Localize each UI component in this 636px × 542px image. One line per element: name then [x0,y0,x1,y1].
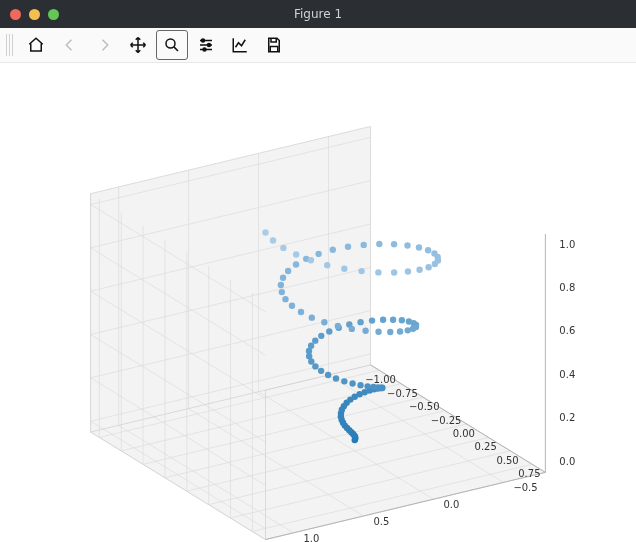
minimize-icon[interactable] [29,9,40,20]
data-point [390,317,396,323]
save-button[interactable] [258,30,290,60]
data-point [362,328,368,334]
data-point [333,375,339,381]
close-icon[interactable] [10,9,21,20]
arrow-left-icon [61,36,79,54]
data-point [425,247,431,253]
home-button[interactable] [20,30,52,60]
data-point [432,261,438,267]
window-controls [10,9,59,20]
data-point [262,229,268,235]
maximize-icon[interactable] [48,9,59,20]
data-point [279,289,285,295]
data-point [349,380,355,386]
edit-axis-button[interactable] [224,30,256,60]
move-icon [129,36,147,54]
tick-label: 0.75 [518,468,540,479]
arrow-right-icon [95,36,113,54]
tick-label: 1.0 [559,239,575,250]
home-icon [27,36,45,54]
data-point [278,282,284,288]
tick-label: −0.5 [513,482,537,493]
chart-line-icon [231,36,249,54]
data-point [270,237,276,243]
tick-label: 0.4 [559,369,575,380]
data-point [282,296,288,302]
titlebar: Figure 1 [0,0,636,28]
data-point [308,343,314,349]
tick-label: 1.0 [303,533,319,542]
data-point [330,246,336,252]
data-point [416,244,422,250]
data-point [280,245,286,251]
data-point [387,329,393,335]
data-point [341,266,347,272]
data-point [376,241,382,247]
svg-point-3 [203,48,206,51]
data-point [318,368,324,374]
data-point [391,241,397,247]
data-point [416,267,422,273]
data-point [298,309,304,315]
data-point [380,317,386,323]
svg-point-2 [208,44,211,47]
back-button[interactable] [54,30,86,60]
data-point [289,303,295,309]
configure-subplots-button[interactable] [190,30,222,60]
data-point [293,261,299,267]
tick-label: 0.25 [475,441,497,452]
tick-label: 0.0 [443,499,459,510]
tick-label: 0.50 [496,455,518,466]
tick-label: 0.0 [559,456,575,467]
data-point [280,275,286,281]
data-point [405,268,411,274]
tick-label: 0.00 [453,428,475,439]
data-point [375,329,381,335]
data-point [349,326,355,332]
tick-label: 0.2 [559,412,575,423]
plot-canvas[interactable]: −1.00−0.75−0.50−0.250.000.250.500.75−0.5… [0,63,636,542]
data-point [341,378,347,384]
data-point [357,319,363,325]
search-icon [163,36,181,54]
svg-point-0 [166,39,175,48]
data-point [321,319,327,325]
data-point [308,257,314,263]
tick-label: 0.6 [559,325,575,336]
toolbar [0,28,636,63]
axes-3d [0,63,636,542]
data-point [312,363,318,369]
data-point [293,251,299,257]
data-point [405,327,411,333]
data-point [285,268,291,274]
data-point [315,251,321,257]
toolbar-grip [6,34,14,56]
data-point [358,268,364,274]
data-point [345,244,351,250]
data-point [375,269,381,275]
data-point [318,333,324,339]
data-point [361,242,367,248]
data-point [324,262,330,268]
data-point [399,317,405,323]
data-point [312,337,318,343]
data-point [425,264,431,270]
pan-button[interactable] [122,30,154,60]
svg-point-1 [202,39,205,42]
data-point [326,328,332,334]
data-point [397,328,403,334]
tick-label: 0.8 [559,282,575,293]
tick-label: −1.00 [365,374,396,385]
tick-label: −0.25 [431,415,462,426]
tick-label: 0.5 [373,516,389,527]
window-title: Figure 1 [0,7,636,21]
tick-label: −0.75 [387,388,418,399]
forward-button[interactable] [88,30,120,60]
data-point [391,269,397,275]
data-point [357,382,363,388]
data-point [335,323,341,329]
zoom-button[interactable] [156,30,188,60]
sliders-icon [197,36,215,54]
data-point [309,314,315,320]
data-point [404,242,410,248]
